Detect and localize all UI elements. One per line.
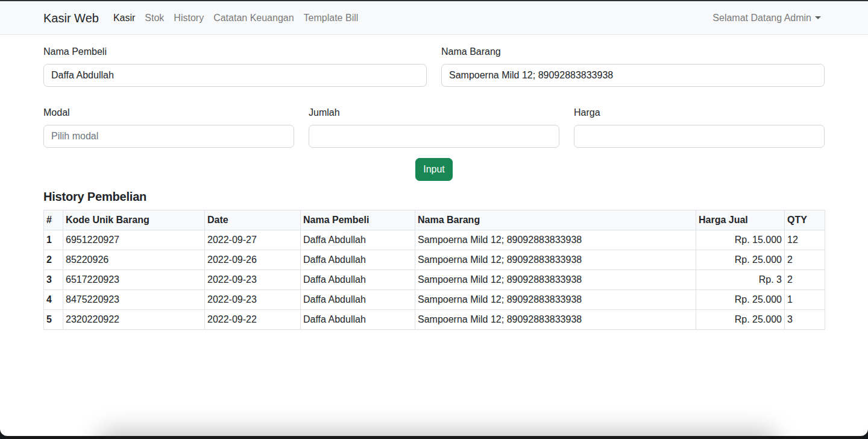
jumlah-input[interactable] (309, 125, 559, 148)
col-header-number: # (44, 210, 63, 230)
cell-kode: 6951220927 (63, 230, 205, 250)
history-table: # Kode Unik Barang Date Nama Pembeli Nam… (43, 210, 825, 330)
user-dropdown[interactable]: Selamat Datang Admin (708, 6, 826, 30)
user-dropdown-label: Selamat Datang Admin (712, 11, 811, 25)
field-nama-barang: Nama Barang (434, 45, 832, 87)
jumlah-label: Jumlah (309, 106, 559, 120)
navbar-right: Selamat Datang Admin (708, 6, 826, 30)
input-button[interactable]: Input (415, 158, 453, 181)
cell-harga-jual: Rp. 25.000 (696, 290, 785, 310)
harga-input[interactable] (574, 125, 825, 148)
cell-date: 2022-09-27 (205, 230, 301, 250)
cell-date: 2022-09-22 (205, 310, 301, 330)
table-row: 4 8475220923 2022-09-23 Daffa Abdullah S… (44, 290, 825, 310)
row-number: 1 (44, 230, 63, 250)
history-title: History Pembelian (43, 189, 825, 204)
nama-barang-input[interactable] (441, 64, 825, 87)
cell-kode: 85220926 (63, 250, 205, 270)
nav-item-history[interactable]: History (169, 6, 209, 30)
cell-nama-barang: Sampoerna Mild 12; 89092883833938 (415, 290, 696, 310)
nav-item-catatan-keuangan[interactable]: Catatan Keuangan (209, 6, 298, 30)
cell-harga-jual: Rp. 25.000 (696, 250, 785, 270)
table-row: 5 2320220922 2022-09-22 Daffa Abdullah S… (44, 310, 825, 330)
table-row: 2 85220926 2022-09-26 Daffa Abdullah Sam… (44, 250, 825, 270)
cell-kode: 2320220922 (63, 310, 205, 330)
form-row-2: Modal Jumlah Harga (36, 106, 832, 148)
nav-item-kasir[interactable]: Kasir (108, 6, 140, 30)
cell-date: 2022-09-26 (205, 250, 301, 270)
cell-nama-barang: Sampoerna Mild 12; 89092883833938 (415, 250, 696, 270)
nama-barang-label: Nama Barang (441, 45, 825, 59)
form-row-1: Nama Pembeli Nama Barang (36, 45, 832, 87)
brand-kasir-web[interactable]: Kasir Web (43, 8, 99, 28)
cell-qty: 2 (785, 270, 825, 290)
window-behind-shadow (101, 436, 773, 439)
modal-label: Modal (43, 106, 294, 120)
col-header-qty: QTY (785, 210, 825, 230)
col-header-harga-jual: Harga Jual (696, 210, 785, 230)
cell-harga-jual: Rp. 3 (696, 270, 785, 290)
harga-label: Harga (574, 106, 825, 120)
cell-nama-barang: Sampoerna Mild 12; 89092883833938 (415, 310, 696, 330)
cell-qty: 3 (785, 310, 825, 330)
cell-qty: 2 (785, 250, 825, 270)
history-table-body: 1 6951220927 2022-09-27 Daffa Abdullah S… (44, 230, 825, 330)
cell-nama-barang: Sampoerna Mild 12; 89092883833938 (415, 230, 696, 250)
col-header-date: Date (205, 210, 301, 230)
field-nama-pembeli: Nama Pembeli (36, 45, 434, 87)
cell-kode: 6517220923 (63, 270, 205, 290)
cell-date: 2022-09-23 (205, 270, 301, 290)
cell-kode: 8475220923 (63, 290, 205, 310)
col-header-nama-pembeli: Nama Pembeli (301, 210, 415, 230)
cell-qty: 12 (785, 230, 825, 250)
caret-down-icon (815, 16, 821, 19)
nama-pembeli-label: Nama Pembeli (43, 45, 427, 59)
cell-nama-pembeli: Daffa Abdullah (301, 290, 415, 310)
cell-nama-pembeli: Daffa Abdullah (301, 230, 415, 250)
field-modal: Modal (36, 106, 301, 148)
table-row: 1 6951220927 2022-09-27 Daffa Abdullah S… (44, 230, 825, 250)
nav-item-template-bill[interactable]: Template Bill (299, 6, 363, 30)
table-row: 3 6517220923 2022-09-23 Daffa Abdullah S… (44, 270, 825, 290)
modal-input[interactable] (43, 125, 294, 148)
row-number: 5 (44, 310, 63, 330)
header-row: # Kode Unik Barang Date Nama Pembeli Nam… (44, 210, 825, 230)
nama-pembeli-input[interactable] (43, 64, 427, 87)
cell-harga-jual: Rp. 25.000 (696, 310, 785, 330)
submit-row: Input (36, 158, 832, 181)
cell-nama-pembeli: Daffa Abdullah (301, 270, 415, 290)
nav-item-stok[interactable]: Stok (140, 6, 169, 30)
cell-nama-pembeli: Daffa Abdullah (301, 250, 415, 270)
navbar: Kasir Web Kasir Stok History Catatan Keu… (0, 1, 868, 35)
cell-nama-barang: Sampoerna Mild 12; 89092883833938 (415, 270, 696, 290)
col-header-nama-barang: Nama Barang (415, 210, 696, 230)
cell-nama-pembeli: Daffa Abdullah (301, 310, 415, 330)
col-header-kode-unik-barang: Kode Unik Barang (63, 210, 205, 230)
browser-page: Kasir Web Kasir Stok History Catatan Keu… (0, 1, 868, 436)
cell-harga-jual: Rp. 15.000 (696, 230, 785, 250)
history-table-head: # Kode Unik Barang Date Nama Pembeli Nam… (44, 210, 825, 230)
field-harga: Harga (567, 106, 832, 148)
field-jumlah: Jumlah (301, 106, 567, 148)
row-number: 4 (44, 290, 63, 310)
history-section: History Pembelian # Kode Unik Barang Dat… (36, 189, 832, 330)
main-nav: Kasir Stok History Catatan Keuangan Temp… (108, 6, 363, 30)
row-number: 2 (44, 250, 63, 270)
cell-qty: 1 (785, 290, 825, 310)
main-content: Nama Pembeli Nama Barang Modal Jumlah Ha… (0, 35, 868, 330)
row-number: 3 (44, 270, 63, 290)
cell-date: 2022-09-23 (205, 290, 301, 310)
